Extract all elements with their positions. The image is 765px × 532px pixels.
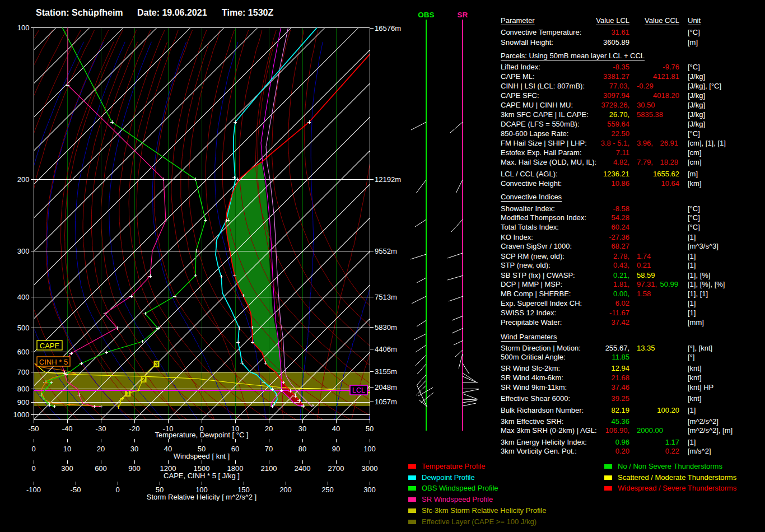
svg-text:-50: -50 bbox=[29, 424, 39, 433]
svg-text:Windspeed [ knt ]: Windspeed [ knt ] bbox=[174, 452, 230, 460]
svg-text:200: 200 bbox=[17, 175, 30, 184]
svg-text:-20: -20 bbox=[129, 424, 140, 433]
svg-text:500: 500 bbox=[17, 324, 30, 332]
svg-text:3000: 3000 bbox=[362, 464, 378, 473]
svg-text:80: 80 bbox=[298, 445, 306, 453]
svg-text:70: 70 bbox=[265, 445, 273, 453]
svg-text:9552m: 9552m bbox=[375, 247, 397, 255]
svg-text:2400: 2400 bbox=[295, 464, 311, 473]
svg-text:7513m: 7513m bbox=[375, 293, 397, 301]
svg-text:3155m: 3155m bbox=[375, 367, 397, 376]
svg-text:2: 2 bbox=[142, 376, 146, 382]
svg-text:OBS: OBS bbox=[418, 11, 434, 19]
svg-text:300: 300 bbox=[61, 464, 73, 473]
svg-text:CAPE, CINH * 5 [ J/kg ]: CAPE, CINH * 5 [ J/kg ] bbox=[164, 472, 240, 480]
svg-text:40: 40 bbox=[164, 445, 172, 453]
svg-text:300: 300 bbox=[363, 486, 376, 494]
svg-text:10: 10 bbox=[63, 445, 71, 453]
svg-text:SR: SR bbox=[458, 11, 468, 19]
svg-text:400: 400 bbox=[17, 293, 30, 301]
svg-text:12192m: 12192m bbox=[375, 175, 401, 184]
svg-text:-40: -40 bbox=[62, 424, 73, 433]
svg-text:2048m: 2048m bbox=[375, 383, 397, 391]
svg-text:1000: 1000 bbox=[13, 410, 30, 419]
svg-text:-100: -100 bbox=[26, 486, 41, 494]
svg-text:4406m: 4406m bbox=[375, 345, 397, 353]
svg-text:1057m: 1057m bbox=[375, 398, 397, 406]
svg-text:20: 20 bbox=[97, 445, 105, 453]
svg-text:30: 30 bbox=[130, 445, 138, 453]
svg-text:50: 50 bbox=[366, 424, 374, 433]
svg-text:20: 20 bbox=[265, 424, 273, 433]
svg-text:CINH * 5: CINH * 5 bbox=[39, 358, 68, 366]
svg-text:2700: 2700 bbox=[328, 464, 344, 473]
svg-text:600: 600 bbox=[95, 464, 107, 473]
svg-text:CAPE: CAPE bbox=[40, 342, 60, 350]
svg-text:3: 3 bbox=[155, 361, 158, 367]
svg-text:40: 40 bbox=[332, 424, 340, 433]
svg-text:30: 30 bbox=[298, 424, 306, 433]
svg-text:5830m: 5830m bbox=[375, 323, 397, 332]
svg-text:0: 0 bbox=[31, 445, 35, 453]
svg-text:Storm Relative Helicity [ m^2: Storm Relative Helicity [ m^2/s^2 ] bbox=[147, 493, 256, 501]
svg-text:600: 600 bbox=[17, 348, 30, 356]
svg-text:700: 700 bbox=[17, 368, 30, 376]
svg-text:2100: 2100 bbox=[261, 464, 277, 473]
svg-text:300: 300 bbox=[17, 247, 30, 255]
svg-text:-30: -30 bbox=[96, 424, 106, 433]
svg-text:250: 250 bbox=[321, 486, 334, 494]
svg-text:1: 1 bbox=[126, 390, 129, 396]
svg-text:100: 100 bbox=[17, 24, 30, 32]
svg-text:Temperature, Dewpoint [ °C ]: Temperature, Dewpoint [ °C ] bbox=[155, 431, 248, 439]
svg-text:900: 900 bbox=[128, 464, 141, 473]
svg-text:LCL: LCL bbox=[352, 386, 365, 394]
svg-text:800: 800 bbox=[17, 385, 30, 393]
svg-text:16576m: 16576m bbox=[375, 24, 401, 32]
svg-text:200: 200 bbox=[279, 486, 292, 494]
svg-text:900: 900 bbox=[17, 398, 30, 407]
svg-text:90: 90 bbox=[332, 445, 340, 453]
svg-text:60: 60 bbox=[231, 445, 239, 453]
svg-text:0: 0 bbox=[115, 486, 119, 494]
svg-text:0: 0 bbox=[31, 464, 35, 473]
svg-text:100: 100 bbox=[363, 445, 376, 453]
svg-text:-50: -50 bbox=[71, 486, 81, 494]
